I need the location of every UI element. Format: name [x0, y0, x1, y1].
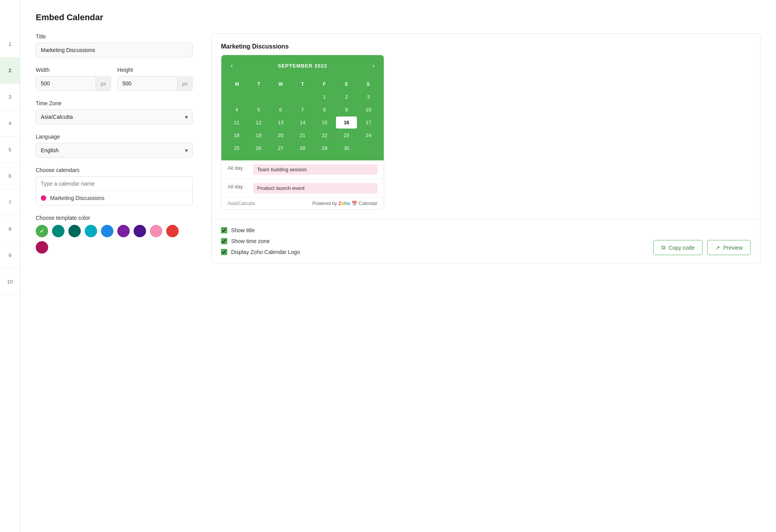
cal-day-5[interactable]: 5: [248, 104, 270, 116]
cal-day-4[interactable]: 4: [226, 104, 247, 116]
show-title-label: Show title: [231, 227, 255, 233]
title-input[interactable]: [36, 43, 193, 57]
cal-day-30[interactable]: 30: [336, 142, 357, 154]
line-2: 2: [0, 57, 20, 84]
calendar-header: ‹ SEPTEMBER 2022 ›: [221, 55, 384, 76]
cal-day-18[interactable]: 18: [226, 129, 247, 141]
copy-code-label: Copy code: [668, 245, 694, 251]
cal-day-15[interactable]: 15: [314, 116, 335, 129]
height-group: Height px: [117, 67, 193, 91]
color-swatch-teal-darker[interactable]: [68, 225, 81, 237]
timezone-select[interactable]: Asia/Calcutta: [36, 110, 193, 124]
display-logo-checkbox[interactable]: [221, 249, 227, 255]
cal-day-13[interactable]: 13: [270, 116, 291, 129]
cal-day-2[interactable]: 2: [336, 91, 357, 103]
color-swatch-blue[interactable]: [101, 225, 113, 237]
event-row-2: All day Product launch event: [221, 179, 384, 198]
weekday-s1: S: [335, 79, 357, 89]
calendar-search-input[interactable]: [36, 177, 192, 191]
language-label: Language: [36, 134, 193, 140]
cal-day-25[interactable]: 25: [226, 142, 247, 154]
next-month-button[interactable]: ›: [369, 61, 378, 71]
cal-day-21[interactable]: 21: [292, 129, 313, 141]
cal-day-26[interactable]: 26: [248, 142, 270, 154]
calendars-group: Choose calendars Marketing Discussions: [36, 167, 193, 205]
color-swatch-cyan[interactable]: [85, 225, 97, 237]
cal-day-1[interactable]: 1: [314, 91, 335, 103]
show-timezone-label: Show time zone: [231, 238, 270, 244]
checkboxes-group: Show title Show time zone Display Zoho C…: [221, 227, 300, 255]
cal-day-empty: [226, 91, 247, 103]
language-select-wrap: English: [36, 143, 193, 158]
preview-label: Preview: [723, 245, 743, 251]
event-2-time: All day: [228, 183, 247, 190]
cal-day-16-today[interactable]: 16: [336, 116, 357, 129]
external-link-icon: ↗: [715, 245, 720, 251]
cal-day-7[interactable]: 7: [292, 104, 313, 116]
width-input[interactable]: [36, 76, 96, 90]
color-swatch-green[interactable]: [36, 225, 48, 237]
cal-day-6[interactable]: 6: [270, 104, 291, 116]
cal-day-19[interactable]: 19: [248, 129, 270, 141]
color-swatch-dark-purple[interactable]: [134, 225, 146, 237]
show-title-checkbox[interactable]: [221, 227, 227, 233]
show-title-checkbox-item[interactable]: Show title: [221, 227, 300, 233]
color-swatch-purple[interactable]: [117, 225, 130, 237]
page-title: Embed Calendar: [36, 12, 760, 23]
timezone-label: Time Zone: [36, 100, 193, 106]
weekday-m: M: [226, 79, 248, 89]
calendar-widget: ‹ SEPTEMBER 2022 › M T W T F S: [221, 55, 384, 210]
dimensions-group: Width px Height px: [36, 67, 193, 91]
preview-button[interactable]: ↗ Preview: [707, 240, 751, 255]
cal-day-11[interactable]: 11: [226, 116, 247, 129]
cal-day-3[interactable]: 3: [358, 91, 379, 103]
copy-code-button[interactable]: ⧉ Copy code: [653, 240, 703, 255]
copy-icon: ⧉: [661, 244, 665, 251]
color-swatch-pink[interactable]: [150, 225, 162, 237]
height-input-wrap: px: [117, 76, 193, 91]
height-input[interactable]: [118, 76, 177, 90]
prev-month-button[interactable]: ‹: [228, 61, 236, 71]
bottom-options: Show title Show time zone Display Zoho C…: [212, 219, 760, 263]
cal-day-29[interactable]: 29: [314, 142, 335, 154]
cal-day-8[interactable]: 8: [314, 104, 335, 116]
cal-day-10[interactable]: 10: [358, 104, 379, 116]
display-logo-checkbox-item[interactable]: Display Zoho Calendar Logo: [221, 249, 300, 255]
cal-day-12[interactable]: 12: [248, 116, 270, 129]
line-3: 3: [0, 84, 20, 110]
cal-day-20[interactable]: 20: [270, 129, 291, 141]
cal-day-22[interactable]: 22: [314, 129, 335, 141]
weekday-f: F: [313, 79, 335, 89]
calendars-label: Choose calendars: [36, 167, 193, 173]
cal-day-14[interactable]: 14: [292, 116, 313, 129]
template-color-label: Choose template color: [36, 215, 193, 221]
cal-day-28[interactable]: 28: [292, 142, 313, 154]
height-unit: px: [177, 77, 192, 90]
event-2-tag: Product launch event: [253, 183, 378, 193]
color-swatch-dark-pink[interactable]: [36, 241, 48, 254]
cal-day-24[interactable]: 24: [358, 129, 379, 141]
weekday-t2: T: [292, 79, 313, 89]
language-select[interactable]: English: [36, 143, 193, 158]
cal-day-empty: [270, 91, 291, 103]
cal-day-17[interactable]: 17: [358, 116, 379, 129]
line-10: 10: [0, 269, 20, 295]
color-swatch-red[interactable]: [166, 225, 179, 237]
calendar-item[interactable]: Marketing Discussions: [36, 191, 192, 205]
main-content: Embed Calendar Title Width px: [20, 0, 776, 532]
color-swatch-teal-dark[interactable]: [52, 225, 64, 237]
powered-by-text: Powered by: [312, 201, 337, 206]
calendar-preview-container: Marketing Discussions ‹ SEPTEMBER 2022 ›…: [212, 34, 760, 219]
calendar-footer: Asia/Calcutta Powered by Zoho 📅 Calendar: [221, 198, 384, 209]
cal-day-9[interactable]: 9: [336, 104, 357, 116]
cal-day-23[interactable]: 23: [336, 129, 357, 141]
display-logo-label: Display Zoho Calendar Logo: [231, 249, 300, 255]
calendar-list-box: Marketing Discussions: [36, 176, 193, 205]
show-timezone-checkbox-item[interactable]: Show time zone: [221, 238, 300, 244]
cal-day-27[interactable]: 27: [270, 142, 291, 154]
weekdays-row: M T W T F S S: [226, 79, 379, 89]
calendar-body: M T W T F S S: [221, 76, 384, 160]
show-timezone-checkbox[interactable]: [221, 238, 227, 244]
line-4: 4: [0, 110, 20, 137]
weekday-s2: S: [357, 79, 379, 89]
